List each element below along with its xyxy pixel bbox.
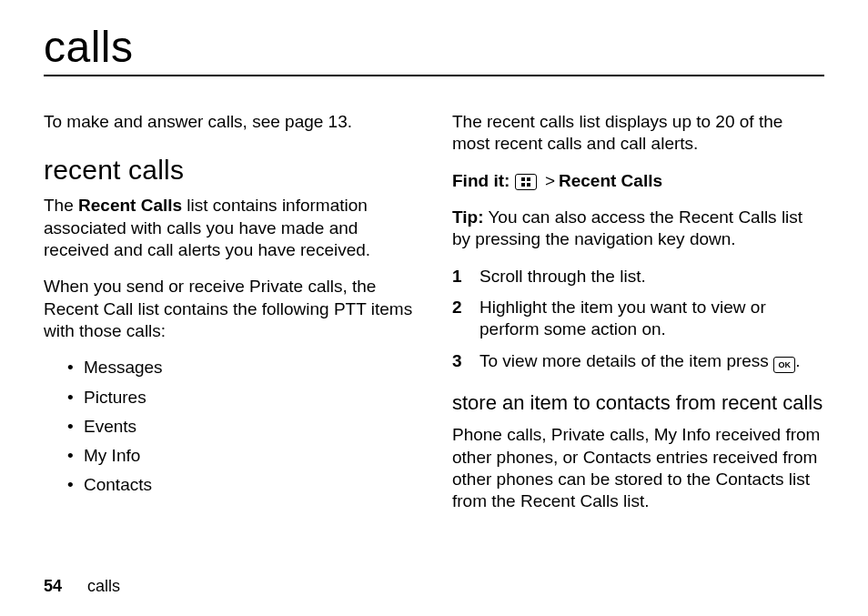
- columns: To make and answer calls, see page 13. r…: [44, 111, 824, 528]
- text-run: The: [44, 196, 78, 215]
- step-item: 3 To view more details of the item press…: [452, 350, 824, 374]
- find-it-label: Find it:: [452, 171, 510, 190]
- page-title: calls: [44, 25, 824, 69]
- tip-body: You can also access the Recent Calls lis…: [452, 207, 802, 248]
- list-item-label: Contacts: [84, 475, 152, 494]
- page-footer: 54calls: [44, 577, 120, 596]
- breadcrumb-separator: >: [541, 171, 559, 190]
- step-number: 3: [452, 350, 462, 372]
- page-number: 54: [44, 577, 62, 595]
- svg-rect-1: [527, 177, 530, 181]
- list-item: Pictures: [67, 387, 416, 409]
- ok-key-icon: OK: [773, 357, 795, 373]
- step-item: 2 Highlight the item you want to view or…: [452, 297, 824, 341]
- store-item-heading: store an item to contacts from recent ca…: [452, 391, 824, 415]
- list-item: Events: [67, 416, 416, 438]
- intro-paragraph: To make and answer calls, see page 13.: [44, 111, 416, 133]
- ptt-intro-paragraph: When you send or receive Private calls, …: [44, 276, 416, 342]
- step-text: Scroll through the list.: [479, 267, 646, 286]
- step-number: 2: [452, 297, 462, 318]
- list-item-label: Messages: [84, 358, 163, 377]
- steps-list: 1 Scroll through the list. 2 Highlight t…: [452, 266, 824, 373]
- list-item: Contacts: [67, 474, 416, 496]
- step-text: Highlight the item you want to view or p…: [479, 298, 766, 338]
- step-item: 1 Scroll through the list.: [452, 266, 824, 288]
- store-item-paragraph: Phone calls, Private calls, My Info rece…: [452, 424, 824, 512]
- list-item: My Info: [67, 445, 416, 467]
- right-column: The recent calls list displays up to 20 …: [452, 111, 824, 528]
- svg-rect-3: [527, 183, 530, 187]
- list-item-label: Pictures: [84, 388, 146, 407]
- left-column: To make and answer calls, see page 13. r…: [44, 111, 416, 528]
- list-item: Messages: [67, 357, 416, 379]
- find-it-line: Find it: >Recent Calls: [452, 170, 824, 192]
- svg-rect-2: [521, 183, 525, 187]
- footer-section: calls: [87, 577, 120, 595]
- page: calls To make and answer calls, see page…: [0, 0, 868, 616]
- recent-calls-term: Recent Calls: [78, 196, 182, 215]
- recent-calls-heading: recent calls: [44, 155, 416, 186]
- recent-list-capacity-paragraph: The recent calls list displays up to 20 …: [452, 111, 824, 156]
- menu-key-icon: [515, 174, 537, 190]
- step-number: 1: [452, 266, 462, 288]
- tip-paragraph: Tip: You can also access the Recent Call…: [452, 207, 824, 251]
- find-it-target: Recent Calls: [559, 171, 662, 190]
- tip-label: Tip:: [452, 207, 483, 227]
- title-rule: [44, 75, 824, 76]
- recent-calls-description: The Recent Calls list contains informati…: [44, 195, 416, 261]
- list-item-label: My Info: [84, 446, 140, 465]
- step-text-pre: To view more details of the item press: [479, 351, 773, 370]
- svg-rect-0: [521, 177, 525, 181]
- step-text-post: .: [795, 351, 800, 370]
- ptt-items-list: Messages Pictures Events My Info Contact…: [44, 357, 416, 497]
- list-item-label: Events: [84, 417, 136, 436]
